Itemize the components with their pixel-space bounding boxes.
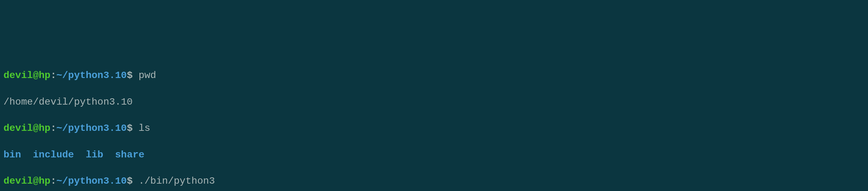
prompt-dollar: $: [127, 176, 133, 186]
prompt-colon: :: [50, 70, 56, 81]
output-pwd: /home/devil/python3.10: [3, 96, 865, 109]
dir-bin: bin: [3, 149, 21, 160]
prompt-path: ~/python3.10: [56, 123, 127, 134]
prompt-colon: :: [50, 123, 56, 134]
terminal-line-5: devil@hp:~/python3.10$ ./bin/python3: [3, 175, 865, 188]
command-pwd-text: pwd: [139, 70, 156, 81]
command-pwd: [133, 70, 139, 81]
output-ls: bin include lib share: [3, 148, 865, 162]
prompt-dollar: $: [127, 70, 133, 81]
command-ls-text: ls: [139, 123, 151, 134]
dir-share: share: [115, 149, 144, 160]
terminal-line-1: devil@hp:~/python3.10$ pwd: [3, 69, 865, 82]
prompt-user-host: devil@hp: [3, 123, 50, 134]
prompt-user-host: devil@hp: [3, 70, 50, 81]
command-python: [133, 176, 139, 186]
dir-include: include: [33, 149, 74, 160]
prompt-colon: :: [50, 176, 56, 186]
prompt-path: ~/python3.10: [56, 176, 127, 186]
command-ls: [133, 123, 139, 134]
terminal-output[interactable]: devil@hp:~/python3.10$ pwd /home/devil/p…: [3, 56, 865, 191]
prompt-user-host: devil@hp: [3, 176, 50, 186]
dir-lib: lib: [86, 149, 103, 160]
prompt-dollar: $: [127, 123, 133, 134]
terminal-line-3: devil@hp:~/python3.10$ ls: [3, 122, 865, 135]
command-python-text: ./bin/python3: [139, 176, 215, 186]
prompt-path: ~/python3.10: [56, 70, 127, 81]
